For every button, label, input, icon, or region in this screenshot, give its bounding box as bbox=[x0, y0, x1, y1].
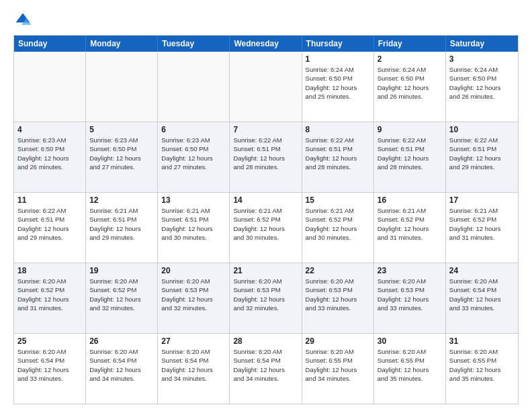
cell-info: Sunrise: 6:22 AMSunset: 6:51 PMDaylight:… bbox=[449, 136, 515, 171]
calendar-row: 25Sunrise: 6:20 AMSunset: 6:54 PMDayligh… bbox=[14, 333, 518, 404]
day-number: 23 bbox=[378, 266, 442, 275]
calendar-cell: 26Sunrise: 6:20 AMSunset: 6:54 PMDayligh… bbox=[86, 334, 158, 404]
cell-info: Sunrise: 6:22 AMSunset: 6:51 PMDaylight:… bbox=[233, 136, 298, 171]
header-cell-thursday: Thursday bbox=[302, 36, 374, 52]
day-number: 26 bbox=[89, 336, 154, 346]
cell-info: Sunrise: 6:20 AMSunset: 6:52 PMDaylight:… bbox=[17, 277, 82, 312]
calendar-cell bbox=[158, 52, 230, 122]
cell-info: Sunrise: 6:20 AMSunset: 6:52 PMDaylight:… bbox=[89, 277, 154, 312]
day-number: 10 bbox=[449, 125, 515, 134]
cell-info: Sunrise: 6:22 AMSunset: 6:51 PMDaylight:… bbox=[378, 136, 442, 171]
cell-info: Sunrise: 6:23 AMSunset: 6:50 PMDaylight:… bbox=[89, 136, 154, 171]
cell-info: Sunrise: 6:20 AMSunset: 6:54 PMDaylight:… bbox=[233, 347, 298, 383]
calendar-cell: 31Sunrise: 6:20 AMSunset: 6:55 PMDayligh… bbox=[446, 334, 518, 404]
cell-info: Sunrise: 6:24 AMSunset: 6:50 PMDaylight:… bbox=[306, 65, 370, 101]
calendar-cell: 17Sunrise: 6:21 AMSunset: 6:52 PMDayligh… bbox=[446, 193, 518, 263]
day-number: 15 bbox=[306, 195, 370, 205]
day-number: 14 bbox=[233, 195, 298, 205]
day-number: 1 bbox=[306, 54, 370, 64]
day-number: 17 bbox=[449, 195, 515, 205]
calendar-cell: 10Sunrise: 6:22 AMSunset: 6:51 PMDayligh… bbox=[446, 122, 518, 192]
day-number: 5 bbox=[89, 125, 154, 134]
calendar-cell: 23Sunrise: 6:20 AMSunset: 6:53 PMDayligh… bbox=[374, 263, 446, 333]
cell-info: Sunrise: 6:23 AMSunset: 6:50 PMDaylight:… bbox=[17, 136, 82, 171]
calendar-cell: 20Sunrise: 6:20 AMSunset: 6:53 PMDayligh… bbox=[158, 263, 230, 333]
calendar-cell: 5Sunrise: 6:23 AMSunset: 6:50 PMDaylight… bbox=[86, 122, 158, 192]
calendar-cell: 24Sunrise: 6:20 AMSunset: 6:54 PMDayligh… bbox=[446, 263, 518, 333]
header-cell-saturday: Saturday bbox=[446, 36, 518, 52]
cell-info: Sunrise: 6:20 AMSunset: 6:54 PMDaylight:… bbox=[161, 347, 226, 383]
calendar-cell: 8Sunrise: 6:22 AMSunset: 6:51 PMDaylight… bbox=[302, 122, 374, 192]
cell-info: Sunrise: 6:22 AMSunset: 6:51 PMDaylight:… bbox=[306, 136, 370, 171]
day-number: 4 bbox=[17, 125, 82, 134]
cell-info: Sunrise: 6:21 AMSunset: 6:51 PMDaylight:… bbox=[89, 206, 154, 242]
calendar-cell: 18Sunrise: 6:20 AMSunset: 6:52 PMDayligh… bbox=[14, 263, 86, 333]
cell-info: Sunrise: 6:20 AMSunset: 6:53 PMDaylight:… bbox=[233, 277, 298, 312]
day-number: 24 bbox=[449, 266, 515, 275]
header-cell-monday: Monday bbox=[86, 36, 158, 52]
day-number: 27 bbox=[161, 336, 226, 346]
day-number: 3 bbox=[449, 54, 515, 64]
cell-info: Sunrise: 6:21 AMSunset: 6:52 PMDaylight:… bbox=[449, 206, 515, 242]
day-number: 25 bbox=[17, 336, 82, 346]
cell-info: Sunrise: 6:21 AMSunset: 6:52 PMDaylight:… bbox=[233, 206, 298, 242]
calendar-cell: 28Sunrise: 6:20 AMSunset: 6:54 PMDayligh… bbox=[230, 334, 302, 404]
day-number: 16 bbox=[378, 195, 442, 205]
cell-info: Sunrise: 6:20 AMSunset: 6:54 PMDaylight:… bbox=[89, 347, 154, 383]
cell-info: Sunrise: 6:20 AMSunset: 6:54 PMDaylight:… bbox=[17, 347, 82, 383]
calendar-cell: 13Sunrise: 6:21 AMSunset: 6:51 PMDayligh… bbox=[158, 193, 230, 263]
day-number: 30 bbox=[378, 336, 442, 346]
logo-icon bbox=[13, 11, 32, 30]
header-cell-wednesday: Wednesday bbox=[230, 36, 302, 52]
calendar-cell: 16Sunrise: 6:21 AMSunset: 6:52 PMDayligh… bbox=[374, 193, 446, 263]
cell-info: Sunrise: 6:20 AMSunset: 6:53 PMDaylight:… bbox=[161, 277, 226, 312]
calendar-cell: 15Sunrise: 6:21 AMSunset: 6:52 PMDayligh… bbox=[302, 193, 374, 263]
calendar-cell: 14Sunrise: 6:21 AMSunset: 6:52 PMDayligh… bbox=[230, 193, 302, 263]
day-number: 8 bbox=[306, 125, 370, 134]
cell-info: Sunrise: 6:20 AMSunset: 6:55 PMDaylight:… bbox=[306, 347, 370, 383]
calendar-cell: 4Sunrise: 6:23 AMSunset: 6:50 PMDaylight… bbox=[14, 122, 86, 192]
cell-info: Sunrise: 6:21 AMSunset: 6:52 PMDaylight:… bbox=[306, 206, 370, 242]
header bbox=[13, 11, 519, 30]
day-number: 20 bbox=[161, 266, 226, 275]
calendar-header: SundayMondayTuesdayWednesdayThursdayFrid… bbox=[14, 36, 518, 52]
calendar-cell: 2Sunrise: 6:24 AMSunset: 6:50 PMDaylight… bbox=[374, 52, 446, 122]
calendar-cell: 27Sunrise: 6:20 AMSunset: 6:54 PMDayligh… bbox=[158, 334, 230, 404]
cell-info: Sunrise: 6:20 AMSunset: 6:53 PMDaylight:… bbox=[378, 277, 442, 312]
cell-info: Sunrise: 6:22 AMSunset: 6:51 PMDaylight:… bbox=[17, 206, 82, 242]
cell-info: Sunrise: 6:21 AMSunset: 6:51 PMDaylight:… bbox=[161, 206, 226, 242]
day-number: 28 bbox=[233, 336, 298, 346]
header-cell-friday: Friday bbox=[374, 36, 446, 52]
calendar-cell bbox=[14, 52, 86, 122]
calendar-cell: 11Sunrise: 6:22 AMSunset: 6:51 PMDayligh… bbox=[14, 193, 86, 263]
calendar-cell bbox=[86, 52, 158, 122]
page: SundayMondayTuesdayWednesdayThursdayFrid… bbox=[0, 0, 532, 411]
day-number: 9 bbox=[378, 125, 442, 134]
calendar: SundayMondayTuesdayWednesdayThursdayFrid… bbox=[13, 35, 519, 404]
day-number: 12 bbox=[89, 195, 154, 205]
day-number: 7 bbox=[233, 125, 298, 134]
header-cell-tuesday: Tuesday bbox=[158, 36, 230, 52]
cell-info: Sunrise: 6:20 AMSunset: 6:55 PMDaylight:… bbox=[378, 347, 442, 383]
day-number: 22 bbox=[306, 266, 370, 275]
calendar-row: 1Sunrise: 6:24 AMSunset: 6:50 PMDaylight… bbox=[14, 52, 518, 122]
calendar-cell bbox=[230, 52, 302, 122]
calendar-cell: 1Sunrise: 6:24 AMSunset: 6:50 PMDaylight… bbox=[302, 52, 374, 122]
day-number: 11 bbox=[17, 195, 82, 205]
calendar-cell: 9Sunrise: 6:22 AMSunset: 6:51 PMDaylight… bbox=[374, 122, 446, 192]
calendar-cell: 25Sunrise: 6:20 AMSunset: 6:54 PMDayligh… bbox=[14, 334, 86, 404]
day-number: 2 bbox=[378, 54, 442, 64]
day-number: 31 bbox=[449, 336, 515, 346]
calendar-body: 1Sunrise: 6:24 AMSunset: 6:50 PMDaylight… bbox=[14, 52, 518, 404]
calendar-cell: 22Sunrise: 6:20 AMSunset: 6:53 PMDayligh… bbox=[302, 263, 374, 333]
calendar-cell: 3Sunrise: 6:24 AMSunset: 6:50 PMDaylight… bbox=[446, 52, 518, 122]
calendar-cell: 19Sunrise: 6:20 AMSunset: 6:52 PMDayligh… bbox=[86, 263, 158, 333]
calendar-cell: 7Sunrise: 6:22 AMSunset: 6:51 PMDaylight… bbox=[230, 122, 302, 192]
calendar-cell: 21Sunrise: 6:20 AMSunset: 6:53 PMDayligh… bbox=[230, 263, 302, 333]
day-number: 19 bbox=[89, 266, 154, 275]
calendar-row: 11Sunrise: 6:22 AMSunset: 6:51 PMDayligh… bbox=[14, 192, 518, 263]
cell-info: Sunrise: 6:23 AMSunset: 6:50 PMDaylight:… bbox=[161, 136, 226, 171]
logo bbox=[13, 11, 35, 30]
cell-info: Sunrise: 6:24 AMSunset: 6:50 PMDaylight:… bbox=[449, 65, 515, 101]
day-number: 6 bbox=[161, 125, 226, 134]
